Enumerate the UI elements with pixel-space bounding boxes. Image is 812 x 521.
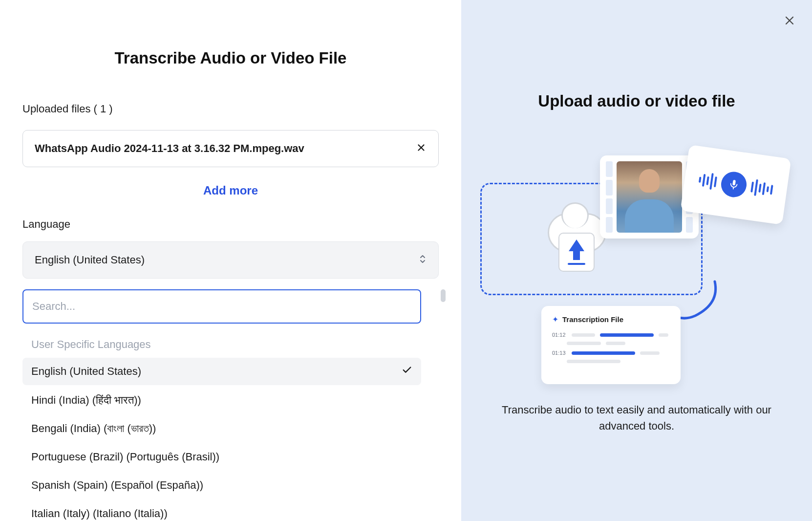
close-dialog-button[interactable]: [783, 14, 796, 29]
uploaded-file-name: WhatsApp Audio 2024-11-13 at 3.16.32 PM.…: [35, 142, 304, 155]
close-icon: [416, 142, 427, 153]
check-icon: [402, 365, 412, 378]
upload-arrow-card: [558, 233, 595, 272]
upload-illustration: ✦ Transcription File 01:12 01:13: [480, 150, 793, 374]
add-more-button[interactable]: Add more: [22, 184, 439, 197]
sparkle-icon: ✦: [552, 315, 558, 324]
language-option-label: English (United States): [31, 365, 141, 378]
language-label: Language: [22, 218, 439, 231]
language-dropdown: User Specific Languages English (United …: [22, 289, 439, 521]
language-option[interactable]: Italian (Italy) (Italiano (Italia)): [22, 500, 421, 521]
transcription-preview-card: ✦ Transcription File 01:12 01:13: [541, 306, 681, 384]
language-option[interactable]: Bengali (India) (বাংলা (ভারত)): [22, 415, 421, 442]
language-option[interactable]: Hindi (India) (हिंदी भारत)): [22, 387, 421, 413]
language-option[interactable]: English (United States): [22, 358, 421, 385]
info-title: Upload audio or video file: [538, 92, 735, 110]
scrollbar-thumb[interactable]: [441, 289, 446, 302]
language-select[interactable]: English (United States): [22, 241, 439, 279]
language-option-label: Portuguese (Brazil) (Português (Brasil)): [31, 451, 219, 463]
info-panel: Upload audio or video file: [461, 0, 812, 521]
svg-line-4: [733, 187, 734, 189]
language-search-input[interactable]: [32, 300, 411, 313]
chevron-updown-icon: [419, 254, 427, 266]
language-option-label: Italian (Italy) (Italiano (Italia)): [31, 507, 168, 520]
language-option[interactable]: Portuguese (Brazil) (Português (Brasil)): [22, 444, 421, 470]
timestamp: 01:13: [552, 350, 567, 356]
language-search-wrapper: [22, 289, 421, 324]
transcribe-form-panel: Transcribe Audio or Video File Uploaded …: [0, 0, 461, 521]
page-title: Transcribe Audio or Video File: [22, 49, 439, 67]
transcript-card-title: Transcription File: [562, 315, 623, 324]
close-icon: [783, 14, 796, 27]
remove-file-button[interactable]: [416, 142, 427, 155]
waveform-right: [750, 179, 773, 198]
language-option-label: Spanish (Spain) (Español (España)): [31, 479, 203, 492]
video-thumbnail: [617, 161, 682, 233]
uploaded-files-label: Uploaded files ( 1 ): [22, 103, 439, 115]
language-option-label: Hindi (India) (हिंदी भारत)): [31, 394, 141, 407]
language-option[interactable]: Spanish (Spain) (Español (España)): [22, 472, 421, 499]
timestamp: 01:12: [552, 332, 567, 338]
language-dropdown-list: User Specific Languages English (United …: [22, 334, 421, 521]
microphone-icon: [720, 170, 748, 199]
language-select-value: English (United States): [35, 254, 145, 266]
waveform-left: [698, 172, 717, 191]
dropdown-section-title: User Specific Languages: [22, 334, 421, 358]
info-description: Transcribe audio to text easily and auto…: [490, 402, 783, 434]
audio-preview-card: [681, 145, 791, 225]
uploaded-file-chip: WhatsApp Audio 2024-11-13 at 3.16.32 PM.…: [22, 130, 439, 167]
language-option-label: Bengali (India) (বাংলা (ভারত)): [31, 422, 156, 435]
